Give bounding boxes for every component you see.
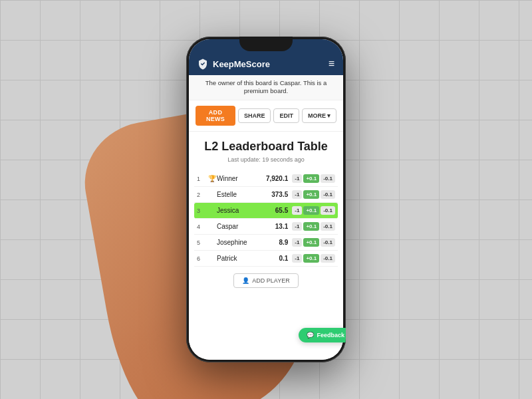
player-score: 65.5 <box>264 207 288 214</box>
table-row: 5 Josephine 8.9 -1 +0.1 -0.1 <box>194 235 338 251</box>
premium-notice: The owner of this board is Caspar. This … <box>189 75 343 100</box>
feedback-button[interactable]: 💬 Feedback <box>299 328 346 342</box>
title-area: L2 Leaderboard Table Last update: 19 sec… <box>189 132 343 172</box>
rank-label: 5 <box>197 239 207 246</box>
rank-label: 2 <box>197 192 207 198</box>
score-buttons: -1 +0.1 -0.1 <box>292 238 335 247</box>
phone-frame: KeepMeScore ≡ The owner of this board is… <box>186 37 346 362</box>
rank-label: 4 <box>197 223 207 230</box>
leaderboard: 1 🏆 Winner 7,920.1 -1 +0.1 -0.1 2 Estell… <box>189 171 343 267</box>
player-score: 0.1 <box>264 255 288 262</box>
last-update: Last update: 19 seconds ago <box>196 156 336 163</box>
score-buttons: -1 +0.1 -0.1 <box>292 254 335 263</box>
edit-button[interactable]: EDIT <box>273 108 299 123</box>
rank-label: 6 <box>197 255 207 262</box>
brand-name: KeepMeScore <box>213 59 270 69</box>
player-score: 13.1 <box>264 223 288 230</box>
small-decrement-button[interactable]: -0.1 <box>321 254 335 263</box>
small-decrement-button[interactable]: -0.1 <box>321 222 335 231</box>
small-decrement-button[interactable]: -0.1 <box>321 190 335 199</box>
player-name: Jessica <box>217 207 264 214</box>
table-row: 2 Estelle 373.5 -1 +0.1 -0.1 <box>194 187 338 203</box>
share-button[interactable]: SHARE <box>238 108 271 123</box>
trophy-icon: 🏆 <box>207 175 217 182</box>
player-score: 373.5 <box>264 191 288 198</box>
phone-screen: KeepMeScore ≡ The owner of this board is… <box>189 39 343 360</box>
increment-button[interactable]: +0.1 <box>303 190 319 199</box>
player-name: Josephine <box>217 239 264 246</box>
player-score: 7,920.1 <box>264 175 288 182</box>
small-decrement-button[interactable]: -0.1 <box>321 206 335 215</box>
add-player-button[interactable]: 👤 ADD PLAYER <box>233 273 298 288</box>
player-name: Winner <box>217 175 264 182</box>
small-decrement-button[interactable]: -0.1 <box>321 238 335 247</box>
main-content: The owner of this board is Caspar. This … <box>189 75 343 360</box>
add-news-button[interactable]: ADD NEWS <box>196 106 235 126</box>
increment-button[interactable]: +0.1 <box>303 222 319 231</box>
decrement-button[interactable]: -1 <box>292 206 302 215</box>
decrement-button[interactable]: -1 <box>292 238 302 247</box>
rank-label: 3 <box>197 207 207 214</box>
table-row: 3 Jessica 65.5 -1 +0.1 -0.1 <box>194 203 338 219</box>
table-row: 4 Caspar 13.1 -1 +0.1 -0.1 <box>194 219 338 235</box>
increment-button[interactable]: +0.1 <box>303 254 319 263</box>
increment-button[interactable]: +0.1 <box>303 206 319 215</box>
player-name: Patrick <box>217 255 264 262</box>
decrement-button[interactable]: -1 <box>292 222 302 231</box>
decrement-button[interactable]: -1 <box>292 190 302 199</box>
navbar-brand: KeepMeScore <box>197 58 270 70</box>
rank-label: 1 <box>197 176 207 182</box>
hand-wrapper: KeepMeScore ≡ The owner of this board is… <box>126 7 406 392</box>
shield-icon <box>197 58 209 70</box>
increment-button[interactable]: +0.1 <box>303 238 319 247</box>
add-player-row: 👤 ADD PLAYER <box>189 267 343 295</box>
score-buttons: -1 +0.1 -0.1 <box>292 206 335 215</box>
board-title: L2 Leaderboard Table <box>196 140 336 154</box>
toolbar: ADD NEWS SHARE EDIT MORE ▾ <box>189 100 343 132</box>
score-buttons: -1 +0.1 -0.1 <box>292 222 335 231</box>
decrement-button[interactable]: -1 <box>292 174 302 183</box>
phone-notch <box>239 37 293 51</box>
chevron-down-icon: ▾ <box>327 112 331 119</box>
person-add-icon: 👤 <box>242 277 249 284</box>
more-button[interactable]: MORE ▾ <box>302 108 336 123</box>
small-decrement-button[interactable]: -0.1 <box>321 174 335 183</box>
hamburger-icon[interactable]: ≡ <box>329 58 335 70</box>
player-score: 8.9 <box>264 239 288 246</box>
feedback-icon: 💬 <box>307 332 314 338</box>
player-name: Estelle <box>217 191 264 198</box>
decrement-button[interactable]: -1 <box>292 254 302 263</box>
player-name: Caspar <box>217 223 264 230</box>
score-buttons: -1 +0.1 -0.1 <box>292 174 335 183</box>
increment-button[interactable]: +0.1 <box>303 174 319 183</box>
table-row: 6 Patrick 0.1 -1 +0.1 -0.1 <box>194 251 338 267</box>
score-buttons: -1 +0.1 -0.1 <box>292 190 335 199</box>
table-row: 1 🏆 Winner 7,920.1 -1 +0.1 -0.1 <box>194 171 338 187</box>
